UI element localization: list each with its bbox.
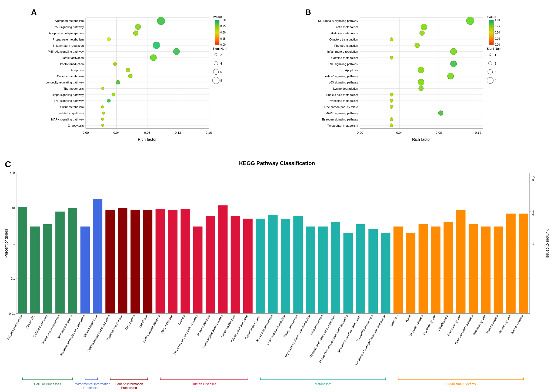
svg-text:Linoleic acid metabolism: Linoleic acid metabolism (326, 93, 358, 96)
svg-rect-211 (243, 219, 253, 314)
chart-c: CKEGG Pathway Classification0.010.111010… (3, 157, 551, 389)
svg-text:Tryptophan metabolism: Tryptophan metabolism (53, 19, 84, 22)
svg-rect-222 (381, 233, 391, 313)
svg-text:1: 1 (495, 53, 496, 56)
svg-point-158 (489, 62, 492, 65)
svg-text:0.12: 0.12 (175, 131, 181, 135)
svg-point-131 (421, 24, 427, 30)
svg-point-64 (102, 112, 105, 114)
svg-text:C: C (5, 159, 11, 169)
svg-text:Environmental InformationProce: Environmental InformationProcessing (72, 382, 110, 390)
svg-point-61 (112, 93, 115, 96)
svg-text:Hippo signaling pathway: Hippo signaling pathway (52, 93, 84, 96)
svg-text:Histidine metabolism: Histidine metabolism (331, 32, 358, 35)
svg-text:Endocytosis: Endocytosis (68, 124, 84, 127)
svg-text:Folate biosynthesis: Folate biosynthesis (58, 112, 84, 115)
svg-text:mTOR signaling pathway: mTOR signaling pathway (325, 75, 358, 78)
svg-rect-205 (168, 210, 178, 313)
svg-rect-208 (206, 216, 215, 313)
svg-text:1.00: 1.00 (220, 19, 226, 22)
svg-text:Overview: Overview (390, 314, 399, 327)
svg-text:Glycan biosynthesis and metabo: Glycan biosynthesis and metabolism (284, 314, 311, 358)
svg-text:Biotin metabolism: Biotin metabolism (335, 25, 358, 29)
svg-text:1.00: 1.00 (495, 19, 500, 22)
svg-text:Aging: Aging (405, 314, 411, 323)
svg-text:Human Diseases: Human Diseases (192, 382, 216, 386)
svg-rect-226 (431, 226, 440, 313)
svg-text:Tryptophan metabolism: Tryptophan metabolism (327, 124, 358, 127)
svg-rect-221 (368, 229, 378, 314)
svg-text:0.04: 0.04 (113, 131, 119, 135)
svg-text:Phototransduction: Phototransduction (60, 62, 84, 66)
svg-text:Cellular community: Cellular community (32, 314, 48, 338)
svg-rect-204 (156, 209, 165, 313)
svg-text:4: 4 (495, 79, 496, 82)
svg-rect-217 (318, 226, 328, 313)
svg-text:Platelet activation: Platelet activation (61, 56, 84, 59)
svg-text:0.00: 0.00 (495, 43, 500, 46)
svg-rect-202 (131, 210, 140, 313)
svg-text:Lipid metabolism: Lipid metabolism (309, 314, 323, 335)
panel-b: B0.000.040.080.12Rich factorNF-kappa B s… (277, 3, 551, 154)
svg-point-81 (212, 77, 219, 84)
svg-text:0.08: 0.08 (144, 131, 150, 135)
svg-text:0.1: 0.1 (11, 277, 15, 280)
svg-point-62 (107, 99, 111, 103)
svg-text:Endocrine and metabolic diseas: Endocrine and metabolic diseases (173, 314, 198, 355)
svg-text:TNF signaling pathway: TNF signaling pathway (328, 62, 358, 66)
svg-text:PI3K-Akt signaling pathway: PI3K-Akt signaling pathway (48, 50, 84, 53)
svg-rect-197 (68, 208, 77, 314)
svg-text:Nervous system: Nervous system (498, 314, 511, 334)
chart-a: A0.000.040.080.120.16Rich factorTryptoph… (5, 5, 274, 143)
svg-point-56 (113, 62, 117, 66)
svg-text:Pyrimidine metabolism: Pyrimidine metabolism (328, 99, 358, 102)
svg-text:Development: Development (437, 314, 449, 331)
svg-rect-207 (193, 226, 203, 313)
svg-point-136 (390, 56, 393, 59)
svg-rect-229 (469, 224, 478, 314)
svg-text:Estrogen signaling pathway: Estrogen signaling pathway (322, 118, 358, 121)
svg-point-58 (128, 74, 132, 78)
svg-point-57 (126, 68, 130, 72)
svg-text:0.50: 0.50 (220, 31, 226, 34)
svg-point-139 (447, 73, 454, 79)
svg-point-54 (173, 48, 180, 55)
svg-text:Folding sorting and degradatio: Folding sorting and degradation (87, 314, 111, 352)
svg-text:Rich factor: Rich factor (412, 137, 431, 142)
svg-text:Signal transduction: Signal transduction (83, 314, 98, 338)
svg-text:0: 0 (532, 179, 534, 182)
svg-text:0.08: 0.08 (436, 131, 442, 135)
svg-rect-218 (331, 222, 340, 313)
svg-text:1: 1 (13, 242, 15, 245)
svg-point-60 (101, 87, 104, 90)
svg-point-75 (215, 53, 217, 56)
svg-text:Lysine degradation: Lysine degradation (333, 87, 358, 90)
svg-point-53 (153, 42, 160, 49)
svg-text:Energy metabolism: Energy metabolism (283, 314, 298, 338)
svg-point-59 (116, 80, 120, 84)
svg-point-142 (390, 93, 393, 96)
svg-rect-220 (356, 224, 365, 314)
svg-point-144 (390, 105, 393, 109)
svg-point-51 (133, 31, 138, 35)
svg-text:2: 2 (220, 53, 222, 56)
svg-text:0.75: 0.75 (495, 25, 500, 28)
svg-text:Genetic InformationProcessing: Genetic InformationProcessing (115, 382, 143, 390)
svg-text:Phototransduction: Phototransduction (334, 44, 358, 47)
svg-text:Cell motility: Cell motility (25, 314, 36, 329)
svg-text:Cell growth and death: Cell growth and death (6, 314, 23, 341)
svg-text:Organismal Systems: Organismal Systems (446, 382, 476, 386)
svg-text:Olfactory transduction: Olfactory transduction (329, 38, 358, 41)
svg-text:qvalue: qvalue (212, 15, 222, 19)
svg-rect-203 (143, 210, 152, 313)
svg-text:0.12: 0.12 (475, 131, 481, 135)
svg-rect-227 (443, 222, 453, 313)
svg-text:Excretion system: Excretion system (472, 314, 486, 336)
svg-text:TNF signaling pathway: TNF signaling pathway (54, 99, 84, 102)
svg-text:Circulatory system: Circulatory system (409, 314, 424, 337)
svg-text:Signaling molecules and intera: Signaling molecules and interaction (59, 314, 86, 357)
svg-text:6: 6 (220, 70, 222, 73)
svg-text:Sulfur metabolism: Sulfur metabolism (60, 105, 84, 109)
svg-text:0.25: 0.25 (495, 37, 500, 40)
svg-point-143 (390, 99, 393, 103)
